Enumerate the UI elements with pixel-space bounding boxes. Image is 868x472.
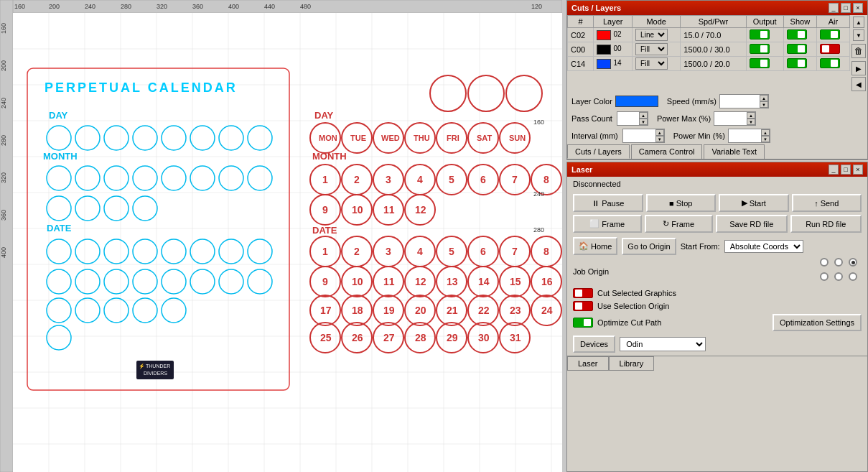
power-min-down[interactable]: ▼	[761, 136, 770, 142]
use-selection-toggle[interactable]	[573, 301, 593, 311]
run-rd-button[interactable]: Run RD file	[790, 215, 862, 233]
origin-tr[interactable]	[849, 258, 857, 267]
power-max-input[interactable]: 20.00	[714, 114, 747, 124]
layer-mode-c02[interactable]: Line Fill	[633, 28, 681, 42]
output-toggle-c00[interactable]	[750, 44, 770, 54]
delete-layer-button[interactable]: 🗑	[851, 44, 866, 58]
layer-air-c02[interactable]	[816, 28, 849, 42]
frame-button-1[interactable]: ⬜ Frame	[573, 215, 642, 233]
optimization-settings-button[interactable]: Optimization Settings	[773, 314, 862, 331]
mode-select-c02[interactable]: Line Fill	[635, 29, 668, 41]
interval-input[interactable]: 0.100	[623, 131, 655, 141]
layer-row-c14[interactable]: C14 14 Fill Line 1500.	[568, 57, 850, 71]
power-min-up[interactable]: ▲	[761, 129, 770, 136]
devices-select[interactable]: Odin	[620, 337, 706, 351]
origin-bc[interactable]	[834, 272, 843, 281]
power-min-spinbox[interactable]: 20.00 ▲ ▼	[728, 129, 770, 143]
save-rd-button[interactable]: Save RD file	[716, 215, 788, 233]
layer-color-swatch[interactable]	[615, 96, 658, 107]
output-toggle-c14[interactable]	[750, 58, 770, 68]
show-toggle-c02[interactable]	[787, 29, 807, 40]
start-button[interactable]: ▶ Start	[719, 194, 789, 212]
layer-row-c02[interactable]: C02 02 Line Fill 15.0	[568, 28, 850, 42]
layer-show-c14[interactable]	[783, 57, 816, 71]
origin-tc[interactable]	[834, 258, 843, 267]
layer-color-c00[interactable]: 00	[594, 42, 633, 57]
send-button[interactable]: ↑ Send	[792, 194, 862, 212]
pause-button[interactable]: ⏸ Pause	[573, 194, 643, 212]
tab-camera-control[interactable]: Camera Control	[631, 144, 703, 159]
pass-count-input[interactable]: 1	[617, 114, 639, 124]
start-from-select[interactable]: Absolute Coords	[724, 240, 803, 253]
stop-button[interactable]: ■ Stop	[646, 194, 717, 212]
power-max-down[interactable]: ▼	[747, 119, 755, 125]
layer-output-c02[interactable]	[746, 28, 783, 42]
laser-maximize-button[interactable]: □	[841, 165, 851, 175]
output-toggle-c02[interactable]	[750, 29, 770, 40]
layer-show-c00[interactable]	[783, 42, 816, 57]
tab-cuts-layers[interactable]: Cuts / Layers	[567, 144, 630, 159]
close-button[interactable]: ×	[853, 3, 863, 13]
power-max-up[interactable]: ▲	[747, 112, 755, 119]
layer-air-c00[interactable]	[816, 42, 849, 57]
color-label-c02: 02	[613, 30, 621, 38]
optimize-row: Optimize Cut Path Optimization Settings	[567, 313, 867, 333]
pass-down[interactable]: ▼	[639, 119, 648, 125]
svg-text:160: 160	[533, 119, 544, 126]
speed-arrows: ▲ ▼	[760, 95, 768, 108]
interval-down[interactable]: ▼	[655, 136, 664, 142]
cut-selected-row: Cut Selected Graphics	[567, 287, 867, 300]
svg-text:400: 400	[228, 3, 239, 10]
maximize-button[interactable]: □	[841, 3, 851, 13]
expand-right-button[interactable]: ▶	[851, 61, 866, 75]
tab-library[interactable]: Library	[609, 356, 655, 371]
layer-show-c02[interactable]	[783, 28, 816, 42]
speed-down[interactable]: ▼	[760, 101, 768, 108]
interval-spinbox[interactable]: 0.100 ▲ ▼	[622, 129, 665, 143]
speed-up[interactable]: ▲	[760, 95, 768, 101]
speed-input[interactable]: 1500.00	[720, 96, 760, 106]
layer-output-c14[interactable]	[746, 57, 783, 71]
show-toggle-c14[interactable]	[787, 58, 807, 68]
cut-selected-toggle[interactable]	[573, 288, 593, 298]
laser-close-button[interactable]: ×	[853, 165, 863, 175]
pass-count-spinbox[interactable]: 1 ▲ ▼	[617, 111, 648, 126]
scroll-down-button[interactable]: ▼	[853, 29, 864, 41]
bottom-tabs: Laser Library	[567, 356, 867, 371]
devices-button[interactable]: Devices	[573, 336, 615, 353]
minimize-button[interactable]: _	[829, 3, 839, 13]
origin-tl[interactable]	[820, 258, 829, 267]
svg-text:SAT: SAT	[477, 134, 492, 142]
power-max-spinbox[interactable]: 20.00 ▲ ▼	[714, 111, 756, 126]
tab-laser[interactable]: Laser	[567, 356, 609, 371]
svg-text:6: 6	[480, 174, 486, 185]
pass-up[interactable]: ▲	[639, 112, 648, 119]
origin-br[interactable]	[849, 272, 857, 281]
collapse-left-button[interactable]: ◀	[851, 77, 866, 91]
speed-spinbox[interactable]: 1500.00 ▲ ▼	[719, 94, 769, 108]
layer-row-c00[interactable]: C00 00 Fill Line 1500.	[568, 42, 850, 57]
layer-mode-c14[interactable]: Fill Line	[633, 57, 681, 71]
go-to-origin-button[interactable]: Go to Origin	[622, 238, 676, 255]
optimize-cut-toggle[interactable]	[573, 318, 593, 328]
layer-air-c14[interactable]	[816, 57, 849, 71]
power-min-input[interactable]: 20.00	[729, 131, 761, 141]
layer-mode-c00[interactable]: Fill Line	[633, 42, 681, 57]
laser-minimize-button[interactable]: _	[829, 165, 839, 175]
home-button[interactable]: 🏠 Home	[573, 237, 617, 255]
layer-output-c00[interactable]	[746, 42, 783, 57]
mode-select-c14[interactable]: Fill Line	[635, 57, 668, 70]
frame-button-2[interactable]: ↻ Frame	[645, 215, 714, 233]
air-toggle-c14[interactable]	[820, 58, 840, 68]
layer-color-c02[interactable]: 02	[594, 28, 633, 42]
air-toggle-c00[interactable]	[820, 44, 840, 54]
tab-variable-text[interactable]: Variable Text	[704, 144, 765, 159]
origin-bl[interactable]	[820, 272, 829, 281]
air-toggle-c02[interactable]	[820, 29, 840, 40]
mode-select-c00[interactable]: Fill Line	[635, 43, 668, 55]
layer-color-c14[interactable]: 14	[594, 57, 633, 71]
show-toggle-c00[interactable]	[787, 44, 807, 54]
scroll-up-button[interactable]: ▲	[853, 17, 864, 28]
interval-up[interactable]: ▲	[655, 129, 664, 136]
svg-text:19: 19	[383, 305, 395, 316]
